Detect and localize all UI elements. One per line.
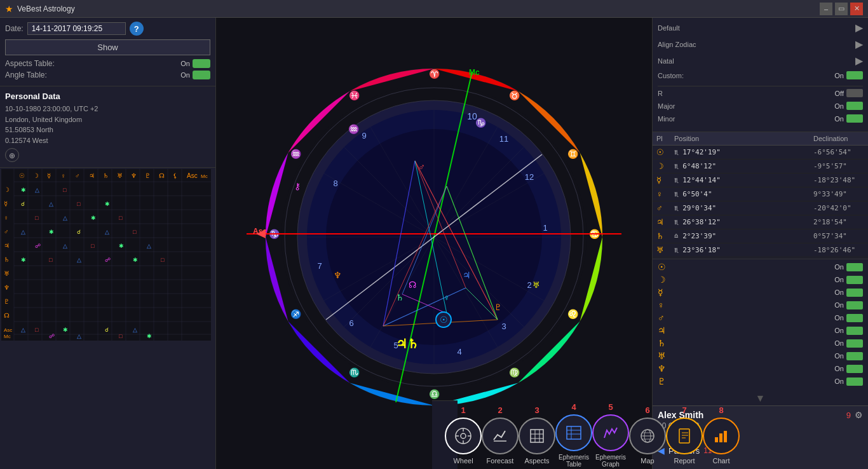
aspects-table-svg: ☉ ☽ ☿ ♀ ♂ ♃ ♄ ♅ ♆ ♇ ☊ ⚸ Asc Mc ☽ ☿ ♀ ♂ ♃ (1, 169, 211, 341)
custom-toggle-switch[interactable] (846, 71, 863, 79)
jupiter-toggle-switch[interactable] (846, 327, 863, 335)
align-zodiac-arrow[interactable]: ▶ (855, 38, 863, 50)
personal-data: Personal Data 10-10-1980 23:00:00, UTC +… (0, 86, 215, 168)
neptune-toggle-switch[interactable] (846, 365, 863, 373)
minor-toggle-switch[interactable] (846, 114, 863, 123)
date-input[interactable] (27, 22, 126, 35)
natal-arrow[interactable]: ▶ (855, 55, 863, 67)
nav-item-aspects[interactable]: 3 Aspects (519, 405, 555, 465)
nav-number-1: 1 (461, 405, 465, 415)
svg-text:♄: ♄ (4, 256, 10, 263)
nav-item-forecast[interactable]: 2 Forecast (482, 405, 519, 465)
nav-item-ephemeris-table[interactable]: 4 EphemerisTable (555, 402, 592, 468)
nav-number-6: 6 (645, 405, 649, 415)
restore-button[interactable]: ▭ (835, 3, 848, 15)
planet-rows-container: ☉ ♏ 17°42'19" -6°56'54" ☽ ♏ 6°48'12" -9°… (653, 146, 868, 259)
svg-text:☿: ☿ (47, 172, 51, 179)
personal-data-icon[interactable]: ⊕ (5, 148, 19, 162)
svg-text:♂: ♂ (75, 172, 80, 179)
scroll-down-arrow[interactable]: ▼ (653, 391, 868, 405)
svg-text:♀: ♀ (444, 293, 450, 302)
planet-position: ♏ 26°38'12" (674, 218, 813, 226)
nav-circle-wheel[interactable] (445, 418, 482, 454)
titlebar-controls[interactable]: – ▭ ✕ (820, 3, 863, 15)
mars-toggle-switch[interactable] (846, 314, 863, 322)
nav-item-map[interactable]: 6 Map (629, 405, 666, 465)
right-controls-top: Default ▶ Align Zodiac ▶ Natal ▶ Custom:… (653, 18, 868, 132)
moon-toggle-switch[interactable] (846, 276, 863, 284)
svg-text:✱: ✱ (21, 257, 26, 263)
nav-number-7: 7 (682, 405, 686, 415)
angle-toggle-switch[interactable] (193, 71, 210, 79)
svg-text:△: △ (63, 215, 67, 221)
nav-circle-map[interactable] (629, 418, 666, 454)
svg-text:Mc: Mc (4, 334, 11, 339)
major-toggle-switch[interactable] (846, 102, 863, 110)
planet-declination: -18°23'48" (813, 176, 864, 184)
nav-item-wheel[interactable]: 1 Wheel (445, 405, 482, 465)
saturn-toggle-switch[interactable] (846, 339, 863, 348)
default-arrow[interactable]: ▶ (855, 22, 863, 34)
app-icon: ★ (5, 4, 13, 14)
show-button[interactable]: Show (5, 39, 210, 55)
svg-text:♅: ♅ (4, 270, 10, 277)
planet-toggles: ☉ On ☽ On ☿ On ♀ (653, 259, 868, 391)
sun-toggle-switch[interactable] (846, 263, 863, 271)
nav-circle-chart[interactable] (703, 418, 740, 454)
planet-symbol: ☉ (656, 147, 674, 157)
angle-toggle-box: On (180, 71, 210, 79)
svg-text:♄: ♄ (103, 172, 109, 179)
planet-symbol: ♀ (656, 189, 674, 199)
mercury-toggle-switch[interactable] (846, 289, 863, 297)
main: Date: ? Show Aspects Table: On Angle Tab… (0, 18, 868, 469)
r-toggle-switch[interactable] (846, 89, 863, 97)
svg-text:☌: ☌ (21, 201, 25, 207)
svg-text:♅: ♅ (532, 280, 540, 290)
aspects-toggle-switch[interactable] (193, 59, 210, 68)
date-label: Date: (5, 24, 24, 33)
nav-circle-ephemeris-graph[interactable] (592, 414, 629, 451)
help-button[interactable]: ? (130, 22, 144, 36)
uranus-on-text: On (834, 352, 844, 360)
jupiter-toggle-row: ♃ On (658, 325, 863, 336)
svg-text:✱: ✱ (133, 257, 138, 263)
svg-text:♍: ♍ (509, 367, 520, 378)
mars-symbol: ♂ (658, 313, 665, 323)
neptune-toggle-row: ♆ On (658, 364, 863, 374)
uranus-toggle-switch[interactable] (846, 352, 863, 360)
planet-declination: 2°18'54" (813, 218, 864, 226)
planet-declination: -6°56'54" (813, 148, 864, 156)
saturn-symbol: ♄ (658, 338, 666, 348)
svg-text:♈: ♈ (429, 69, 440, 79)
custom-row: Custom: On (658, 71, 863, 79)
divider-1 (658, 86, 863, 86)
svg-text:4: 4 (457, 347, 461, 357)
minimize-button[interactable]: – (820, 3, 832, 15)
planet-row: ♅ ♏ 23°36'18" -18°26'46" (653, 243, 868, 257)
venus-toggle-switch[interactable] (846, 301, 863, 309)
nav-item-chart[interactable]: 8 Chart (703, 405, 740, 465)
r-label: R (658, 90, 663, 97)
titlebar: ★ VeBest Astrology – ▭ ✕ (0, 0, 868, 18)
mercury-symbol: ☿ (658, 287, 663, 297)
user-gear-icon[interactable]: ⚙ (855, 410, 863, 420)
nav-circle-report[interactable] (666, 418, 703, 454)
svg-text:♆: ♆ (4, 284, 10, 291)
svg-text:✱: ✱ (63, 327, 68, 333)
angle-toggle-text: On (180, 71, 190, 79)
uranus-toggle: On (834, 352, 863, 360)
nav-item-report[interactable]: 7 Report (666, 405, 703, 465)
nav-circle-ephemeris-table[interactable] (555, 414, 592, 451)
nav-item-ephemeris-graph[interactable]: 5 EphemerisGraph (592, 402, 629, 468)
r-toggle: Off (835, 89, 863, 97)
nav-circle-forecast[interactable] (482, 418, 519, 454)
close-button[interactable]: ✕ (850, 3, 863, 15)
svg-text:♃: ♃ (4, 242, 10, 249)
pluto-toggle-switch[interactable] (846, 377, 863, 386)
svg-text:⚷: ⚷ (294, 181, 301, 191)
app-title: VeBest Astrology (17, 4, 75, 13)
planet-position: ♏ 12°44'14" (674, 176, 813, 184)
nav-circle-aspects[interactable] (519, 418, 555, 454)
minor-label: Minor (658, 115, 675, 123)
titlebar-left: ★ VeBest Astrology (5, 4, 75, 14)
